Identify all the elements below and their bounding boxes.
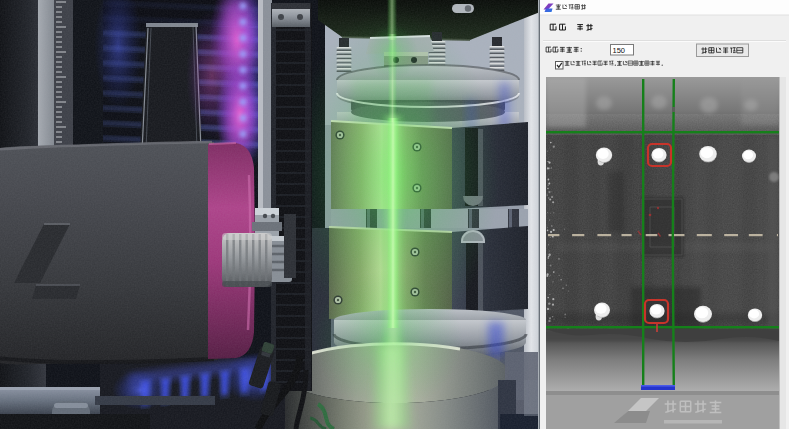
svg-text:150: 150 bbox=[613, 46, 626, 55]
